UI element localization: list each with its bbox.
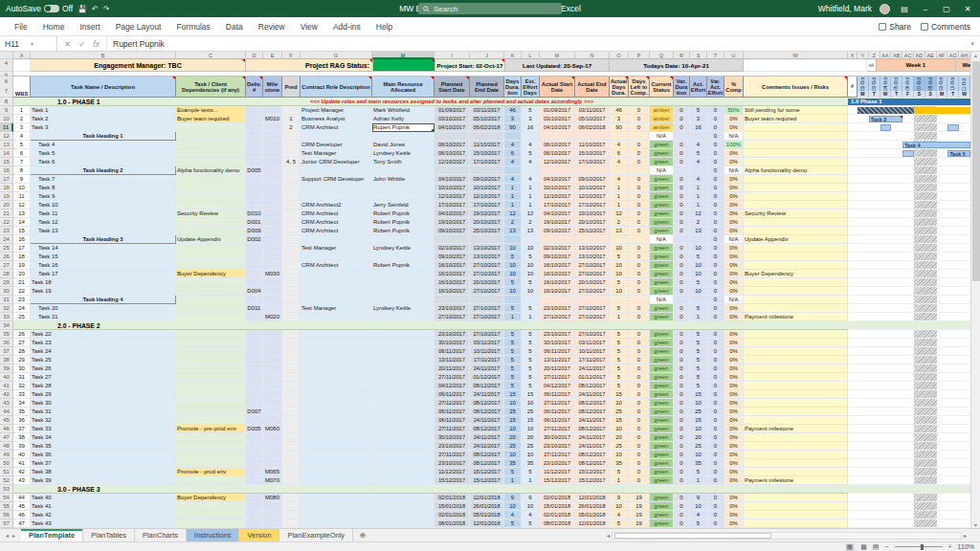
cell-t[interactable]: Task 36 — [31, 451, 176, 459]
cell-t[interactable]: Task 29 — [31, 390, 176, 399]
col-header-comments[interactable]: Comments Issues / Risks — [744, 77, 848, 98]
col-header-milestone[interactable]: Mile stone — [263, 77, 282, 98]
row-number[interactable]: 41 — [0, 382, 13, 390]
cell-ef[interactable]: 10 — [522, 451, 540, 459]
gantt-cell[interactable] — [848, 287, 970, 296]
cell-ae[interactable]: 12/10/2017 — [575, 192, 610, 201]
cell-va[interactable]: 0 — [707, 356, 724, 364]
gantt-cell[interactable] — [848, 158, 970, 166]
cell-du[interactable]: 5 — [504, 364, 522, 373]
gantt-cell[interactable] — [848, 235, 970, 244]
cell-ac[interactable]: 4 — [690, 141, 707, 149]
cell-pe[interactable]: 25/10/2017 — [470, 227, 504, 235]
cell-dep[interactable] — [176, 502, 246, 511]
sheet-tab-plancharts[interactable]: PlanCharts — [135, 529, 187, 541]
cell-ps[interactable] — [434, 166, 470, 175]
cell-role[interactable] — [301, 184, 372, 192]
gantt-cell[interactable] — [848, 468, 970, 476]
cell-res[interactable]: David Jones — [372, 141, 434, 149]
cell-ef[interactable]: 16 — [522, 123, 540, 132]
cell-pc[interactable]: 0% — [724, 373, 744, 382]
row-number[interactable]: 26 — [0, 253, 13, 261]
cell-as[interactable] — [540, 166, 575, 175]
cell-dl[interactable]: 0 — [629, 373, 650, 382]
cell-pe[interactable]: 27/10/2017 — [470, 304, 504, 313]
cell-dl[interactable]: 0 — [629, 433, 650, 442]
col-header-contract-role[interactable]: Contract Role Description — [301, 77, 372, 98]
cell-w[interactable]: 17 — [13, 244, 31, 253]
cell-du[interactable]: 5 — [504, 373, 522, 382]
cell-res[interactable]: Tony Smith — [372, 158, 434, 166]
cell-de[interactable]: D010 — [246, 209, 263, 218]
cell-ad[interactable]: 1 — [610, 201, 629, 209]
cell-mi[interactable]: M070 — [263, 476, 282, 485]
cell-ae[interactable] — [575, 166, 610, 175]
cell-role[interactable]: CRM Architect — [301, 218, 372, 227]
cell-dl[interactable]: 0 — [629, 184, 650, 192]
cell-w[interactable]: 29 — [13, 356, 31, 364]
cell-pc[interactable]: 0% — [724, 192, 744, 201]
cell-ac[interactable]: 35 — [690, 459, 707, 468]
cell-de[interactable] — [246, 115, 263, 123]
cell-pc[interactable]: 0% — [724, 149, 744, 158]
project-start-cell[interactable]: Project Start: 02-Oct-17 — [435, 59, 505, 72]
gantt-cell[interactable] — [848, 356, 970, 364]
cell-pc[interactable]: 0% — [724, 158, 744, 166]
cell-role[interactable] — [301, 519, 372, 528]
row-number[interactable]: 57 — [0, 519, 13, 528]
cell-role[interactable] — [301, 468, 372, 476]
cell-ps[interactable]: 16/10/2017 — [434, 270, 470, 278]
cell-role[interactable] — [301, 339, 372, 347]
cell-t[interactable]: Task 4 — [31, 141, 176, 149]
cell-pr[interactable] — [282, 175, 301, 184]
cell-ac[interactable]: 10 — [690, 287, 707, 296]
cell-de[interactable] — [246, 476, 263, 485]
column-header-AH[interactable]: AH — [959, 52, 970, 59]
row-number[interactable]: 35 — [0, 330, 13, 339]
close-icon[interactable]: ✕ — [961, 5, 974, 13]
cell-mi[interactable] — [263, 382, 282, 390]
cell-com[interactable] — [744, 158, 848, 166]
column-header-K[interactable]: K — [504, 52, 522, 59]
cell-va[interactable]: 0 — [707, 364, 724, 373]
undo-icon[interactable]: ↶ — [92, 5, 99, 13]
cell-ps[interactable]: 09/10/2017 — [434, 253, 470, 261]
row-number[interactable]: 29 — [0, 278, 13, 287]
cell-ef[interactable]: 10 — [522, 425, 540, 433]
cell-va[interactable]: 0 — [707, 270, 724, 278]
cell-res[interactable]: Jerry Seinfeld — [372, 201, 434, 209]
cell-du[interactable]: 4 — [504, 158, 522, 166]
column-header-M[interactable]: M — [540, 52, 575, 59]
cell-t[interactable]: Task 18 — [31, 278, 176, 287]
cell-ps[interactable]: 30/10/2017 — [434, 339, 470, 347]
cell-ef[interactable]: 10 — [522, 287, 540, 296]
ribbon-tab-view[interactable]: View — [294, 19, 324, 34]
cell-va[interactable]: 0 — [707, 339, 724, 347]
cell-vd[interactable]: 0 — [674, 149, 690, 158]
cell-w[interactable]: 47 — [13, 519, 31, 528]
cell-com[interactable] — [744, 408, 848, 416]
redo-icon[interactable]: ↷ — [103, 5, 110, 13]
cell-ef[interactable]: 2 — [522, 218, 540, 227]
cell-pr[interactable] — [282, 416, 301, 425]
cell-va[interactable]: 0 — [707, 390, 724, 399]
cell-dep[interactable] — [176, 451, 246, 459]
row-number[interactable]: 52 — [0, 476, 13, 485]
cell-pe[interactable]: 17/10/2017 — [470, 158, 504, 166]
cell-com[interactable] — [744, 339, 848, 347]
cell-vd[interactable]: 0 — [674, 106, 690, 115]
cell-ae[interactable]: 10/10/2017 — [575, 184, 610, 192]
cell-as[interactable]: 13/11/2017 — [540, 356, 575, 364]
cell-dep[interactable]: Promote - prod env — [176, 468, 246, 476]
row-number[interactable]: 43 — [0, 399, 13, 408]
cell-as[interactable]: 12/10/2017 — [540, 158, 575, 166]
cell-w[interactable]: 3 — [13, 123, 31, 132]
phase-section-cell[interactable]: 3.0 - PHASE 3 — [13, 485, 848, 494]
cell-role[interactable]: CRM Architect — [301, 227, 372, 235]
cell-va[interactable]: 0 — [707, 158, 724, 166]
cell-vd[interactable]: 0 — [674, 390, 690, 399]
cell-as[interactable]: 04/10/2017 — [540, 123, 575, 132]
row-number[interactable]: 37 — [0, 347, 13, 356]
cell-ae[interactable]: 05/01/2018 — [575, 511, 610, 519]
cell-ps[interactable]: 06/10/2017 — [434, 149, 470, 158]
